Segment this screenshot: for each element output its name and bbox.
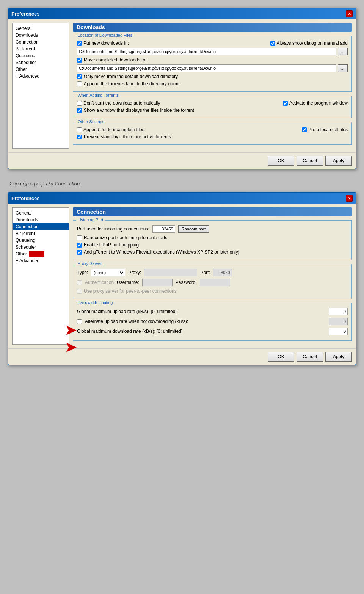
- only-move-checkbox[interactable]: [77, 74, 82, 79]
- sidebar-item-connection-1[interactable]: Connection: [13, 39, 69, 45]
- sidebar-item-advanced-1[interactable]: + Advanced: [13, 73, 69, 80]
- randomize-label: Randomize port each time µTorrent starts: [84, 235, 167, 240]
- row-dont-start: Don't start the download automatically A…: [77, 100, 348, 106]
- global-download-input[interactable]: [329, 328, 348, 335]
- prevent-standby-label: Prevent stand-by if there are active tor…: [84, 134, 171, 139]
- always-show-checkbox[interactable]: [270, 41, 275, 46]
- apply-button-2[interactable]: Apply: [325, 352, 352, 362]
- random-port-button[interactable]: Random port: [178, 225, 209, 233]
- row-append-label: Append the torrent's label to the direct…: [77, 81, 348, 86]
- append-ut-group: Append .!ut to incomplete files: [77, 127, 144, 132]
- preferences-dialog-2: Preferences ✕ General Downloads Connecti…: [8, 192, 356, 365]
- firewall-checkbox[interactable]: [77, 250, 82, 255]
- dont-start-checkbox[interactable]: [77, 101, 82, 106]
- username-label: Username:: [117, 280, 139, 285]
- auth-label: Authentication: [85, 280, 114, 285]
- sidebar-item-bittorrent-1[interactable]: BitTorrent: [13, 45, 69, 52]
- prevent-standby-checkbox[interactable]: [77, 135, 82, 139]
- sidebar-item-bittorrent-2[interactable]: BitTorrent: [13, 230, 69, 237]
- global-download-label: Global maximum download rate (kB/s): [0:…: [77, 329, 326, 334]
- sidebar-item-advanced-2[interactable]: + Advanced: [13, 257, 69, 264]
- upnp-label: Enable UPnP port mapping: [84, 242, 139, 248]
- append-label-checkbox[interactable]: [77, 81, 82, 86]
- close-button-1[interactable]: ✕: [346, 10, 353, 17]
- row-randomize: Randomize port each time µTorrent starts: [77, 235, 348, 240]
- row-global-download: Global maximum download rate (kB/s): [0:…: [77, 328, 348, 335]
- move-completed-checkbox[interactable]: [77, 58, 82, 63]
- auth-checkbox[interactable]: [77, 280, 82, 285]
- activate-checkbox[interactable]: [283, 101, 288, 106]
- sidebar-item-general-1[interactable]: General: [13, 25, 69, 32]
- sidebar-item-queueing-1[interactable]: Queueing: [13, 52, 69, 59]
- row-move-completed: Move completed downloads to:: [77, 57, 348, 63]
- sidebar-item-downloads-1[interactable]: Downloads: [13, 32, 69, 39]
- red-highlight: [29, 251, 44, 257]
- show-window-checkbox[interactable]: [77, 108, 82, 113]
- port-input[interactable]: [152, 225, 175, 233]
- always-show-group: Always show dialog on manual add: [270, 41, 348, 46]
- sidebar-item-connection-2[interactable]: Connection: [13, 223, 69, 230]
- row-proxy-type: Type: (none) Proxy: Port:: [77, 269, 348, 276]
- close-button-2[interactable]: ✕: [346, 195, 353, 202]
- ok-button-1[interactable]: OK: [268, 156, 294, 166]
- row-only-move: Only move from the default download dire…: [77, 74, 348, 79]
- preferences-dialog-1: Preferences ✕ General Downloads Connecti…: [8, 8, 356, 169]
- browse-btn-2[interactable]: ...: [338, 64, 348, 72]
- password-input[interactable]: [200, 279, 230, 286]
- browse-btn-1[interactable]: ...: [338, 48, 348, 55]
- path-input-2[interactable]: [77, 64, 336, 72]
- proxy-type-select[interactable]: (none): [91, 269, 125, 276]
- apply-button-1[interactable]: Apply: [325, 156, 352, 166]
- content-panel-1: Downloads Location of Downloaded Files P…: [73, 23, 352, 149]
- put-new-group: Put new downloads in:: [77, 41, 129, 46]
- row-port: Port used for incoming connections: Rand…: [77, 225, 348, 233]
- title-bar-1: Preferences ✕: [8, 8, 356, 19]
- dialog-footer-2: OK Cancel Apply: [8, 348, 356, 365]
- upnp-checkbox[interactable]: [77, 243, 82, 248]
- move-completed-label: Move completed downloads to:: [84, 57, 146, 63]
- use-proxy-checkbox[interactable]: [77, 289, 82, 294]
- group-location-title: Location of Downloaded Files: [76, 33, 134, 38]
- username-input[interactable]: [142, 279, 173, 286]
- alternate-upload-input[interactable]: [329, 318, 348, 325]
- alternate-upload-checkbox[interactable]: [77, 319, 82, 324]
- row-firewall: Add µTorrent to Windows Firewall excepti…: [77, 249, 348, 255]
- row-append-ut: Append .!ut to incomplete files Pre-allo…: [77, 127, 348, 132]
- sidebar-item-queueing-2[interactable]: Queueing: [13, 237, 69, 244]
- append-ut-label: Append .!ut to incomplete files: [83, 127, 144, 132]
- append-ut-checkbox[interactable]: [77, 127, 82, 132]
- group-other-settings: Other Settings Append .!ut to incomplete…: [73, 122, 352, 145]
- sidebar-2: General Downloads Connection BitTorrent …: [12, 207, 69, 345]
- password-label: Password:: [176, 280, 197, 285]
- append-label-label: Append the torrent's label to the direct…: [84, 81, 179, 86]
- path-input-1[interactable]: [77, 48, 336, 55]
- group-when-adding-content: Don't start the download automatically A…: [77, 100, 348, 113]
- sidebar-item-scheduler-2[interactable]: Scheduler: [13, 244, 69, 251]
- pre-allocate-checkbox[interactable]: [302, 127, 307, 132]
- group-proxy-server-content: Type: (none) Proxy: Port: Authentication…: [77, 269, 348, 294]
- path-row-1: ...: [77, 48, 348, 55]
- sidebar-item-other-2[interactable]: Other: [13, 251, 69, 257]
- proxy-port-input[interactable]: [213, 269, 232, 276]
- sidebar-item-general-2[interactable]: General: [13, 210, 69, 216]
- sidebar-item-other-1[interactable]: Other: [13, 66, 69, 73]
- sidebar-item-scheduler-1[interactable]: Scheduler: [13, 59, 69, 66]
- group-proxy-server: Proxy Server Type: (none) Proxy: Port:: [73, 264, 352, 299]
- row-put-new: Put new downloads in: Always show dialog…: [77, 41, 348, 46]
- group-listening-port-title: Listening Port: [76, 218, 105, 222]
- cancel-button-1[interactable]: Cancel: [297, 156, 323, 166]
- row-use-proxy: Use proxy server for peer-to-peer connec…: [77, 288, 348, 294]
- cancel-button-2[interactable]: Cancel: [297, 352, 323, 362]
- sidebar-item-downloads-2[interactable]: Downloads: [13, 216, 69, 223]
- global-upload-input[interactable]: [329, 308, 348, 315]
- put-new-label: Put new downloads in:: [83, 41, 129, 46]
- put-new-checkbox[interactable]: [77, 41, 82, 46]
- ok-button-2[interactable]: OK: [268, 352, 294, 362]
- dialog-title-1: Preferences: [11, 11, 39, 17]
- proxy-input[interactable]: [144, 269, 197, 276]
- group-location-content: Put new downloads in: Always show dialog…: [77, 41, 348, 86]
- activate-label: Activate the program window: [289, 100, 348, 106]
- group-listening-port-content: Port used for incoming connections: Rand…: [77, 225, 348, 255]
- activate-group: Activate the program window: [283, 100, 348, 106]
- randomize-checkbox[interactable]: [77, 235, 82, 240]
